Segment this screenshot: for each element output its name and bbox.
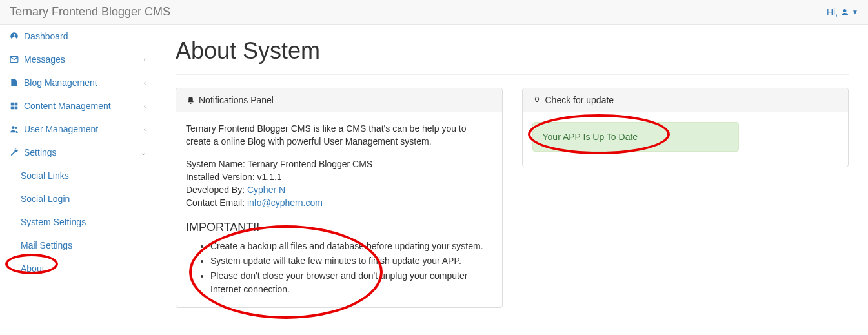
chevron-left-icon: ‹ bbox=[144, 126, 146, 133]
heading-text: Notifications Panel bbox=[199, 95, 274, 105]
list-item: Create a backup all files and database b… bbox=[210, 239, 492, 252]
label: Messages bbox=[24, 54, 65, 65]
list-item: Please don't close your browser and don'… bbox=[210, 269, 492, 296]
sidebar-item-about[interactable]: About bbox=[0, 257, 156, 280]
sidebar-item-system-settings[interactable]: System Settings bbox=[0, 210, 156, 234]
sidebar-item-settings[interactable]: Settings ⌄ bbox=[0, 141, 156, 164]
label: Content Management bbox=[24, 101, 111, 111]
lightbulb-icon bbox=[532, 96, 541, 104]
svg-rect-2 bbox=[15, 103, 18, 106]
panel-heading: Check for update bbox=[523, 88, 849, 112]
label: Settings bbox=[24, 147, 57, 157]
sidebar: Dashboard Messages ‹ Blog Management ‹ C… bbox=[0, 25, 156, 335]
label: Social Links bbox=[21, 170, 69, 181]
panel-body: Ternary Frontend Blogger CMS is like a C… bbox=[176, 112, 502, 307]
sidebar-item-messages[interactable]: Messages ‹ bbox=[0, 48, 156, 71]
system-name-line: System Name: Ternary Frontend Blogger CM… bbox=[186, 157, 492, 170]
label: Blog Management bbox=[24, 77, 97, 88]
sidebar-item-dashboard[interactable]: Dashboard bbox=[0, 25, 156, 48]
main-content: About System Notifications Panel Ternary… bbox=[156, 25, 868, 335]
sidebar-item-social-links[interactable]: Social Links bbox=[0, 164, 156, 187]
notifications-panel: Notifications Panel Ternary Frontend Blo… bbox=[176, 88, 503, 308]
heading-text: Check for update bbox=[545, 95, 614, 105]
sidebar-item-blog[interactable]: Blog Management ‹ bbox=[0, 71, 156, 94]
update-panel: Check for update Your APP Is Up To Date bbox=[522, 88, 849, 167]
label: User Management bbox=[24, 124, 98, 134]
th-large-icon bbox=[10, 101, 19, 110]
chevron-left-icon: ‹ bbox=[144, 56, 146, 63]
sidebar-item-content[interactable]: Content Management ‹ bbox=[0, 94, 156, 117]
label: System Settings bbox=[21, 217, 86, 227]
settings-submenu: Social Links Social Login System Setting… bbox=[0, 164, 156, 280]
svg-rect-3 bbox=[11, 107, 14, 110]
important-heading: IMPORTANT!! bbox=[186, 219, 492, 236]
contact-email-line: Contact Email: info@cyphern.com bbox=[186, 196, 492, 209]
sidebar-item-mail-settings[interactable]: Mail Settings bbox=[0, 234, 156, 257]
list-item: System update will take few minutes to f… bbox=[210, 254, 492, 267]
page-title: About System bbox=[176, 37, 849, 65]
developer-link[interactable]: Cypher N bbox=[247, 185, 285, 195]
svg-rect-1 bbox=[11, 103, 14, 106]
version-line: Installed Version: v1.1.1 bbox=[186, 170, 492, 183]
bell-icon bbox=[186, 96, 195, 105]
intro-text: Ternary Frontend Blogger CMS is like a C… bbox=[186, 122, 492, 148]
sidebar-item-social-login[interactable]: Social Login bbox=[0, 187, 156, 210]
divider bbox=[176, 74, 849, 75]
chevron-left-icon: ‹ bbox=[144, 79, 146, 86]
user-icon bbox=[840, 8, 849, 16]
topbar: Ternary Frontend Blogger CMS Hi, ▼ bbox=[0, 0, 868, 25]
sidebar-item-users[interactable]: User Management ‹ bbox=[0, 117, 156, 141]
important-list: Create a backup all files and database b… bbox=[186, 239, 492, 296]
greeting-text: Hi, bbox=[827, 7, 838, 17]
svg-point-6 bbox=[15, 127, 17, 130]
label: Dashboard bbox=[24, 31, 68, 41]
envelope-icon bbox=[10, 55, 19, 64]
svg-point-5 bbox=[12, 126, 15, 129]
users-icon bbox=[10, 125, 19, 134]
caret-down-icon: ▼ bbox=[852, 8, 858, 15]
developed-by-line: Developed By: Cypher N bbox=[186, 183, 492, 196]
chevron-left-icon: ‹ bbox=[144, 103, 146, 110]
label: Mail Settings bbox=[21, 240, 72, 250]
user-menu[interactable]: Hi, ▼ bbox=[827, 7, 858, 17]
update-status-alert: Your APP Is Up To Date bbox=[532, 122, 739, 152]
panel-body: Your APP Is Up To Date bbox=[523, 112, 849, 167]
wrench-icon bbox=[10, 148, 19, 157]
file-icon bbox=[10, 78, 19, 87]
svg-rect-4 bbox=[15, 107, 18, 110]
dashboard-icon bbox=[10, 32, 19, 41]
brand-title: Ternary Frontend Blogger CMS bbox=[10, 5, 170, 19]
panel-heading: Notifications Panel bbox=[176, 88, 502, 112]
chevron-down-icon: ⌄ bbox=[141, 149, 146, 156]
contact-email-link[interactable]: info@cyphern.com bbox=[247, 198, 323, 208]
label: About bbox=[21, 263, 45, 274]
label: Social Login bbox=[21, 194, 70, 204]
